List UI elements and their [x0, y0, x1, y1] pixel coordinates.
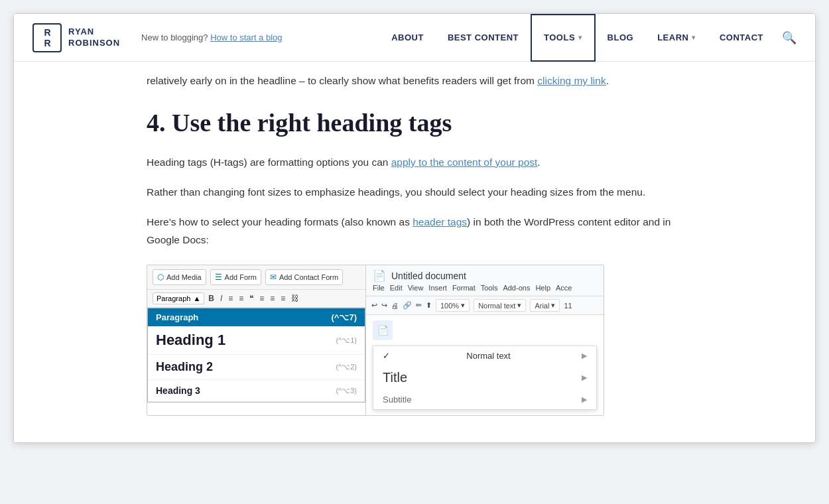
- align-left-icon[interactable]: ≡: [257, 292, 266, 304]
- gdocs-doc-icon: 📄: [373, 269, 386, 282]
- wp-heading2-option[interactable]: Heading 2 (^⌥2): [148, 355, 365, 380]
- wp-heading3-option[interactable]: Heading 3 (^⌥3): [148, 380, 365, 402]
- ul-icon[interactable]: ≡: [226, 292, 235, 304]
- add-form-button[interactable]: ☰ Add Form: [210, 269, 261, 285]
- gdocs-menu-view[interactable]: View: [408, 284, 424, 292]
- gdocs-menu-tools[interactable]: Tools: [481, 284, 498, 292]
- print-icon[interactable]: 🖨: [391, 302, 399, 310]
- section-heading: 4. Use the right heading tags: [147, 108, 682, 139]
- add-form-label: Add Form: [225, 273, 257, 281]
- gdocs-menu-edit[interactable]: Edit: [390, 284, 403, 292]
- gdocs-menu-acce[interactable]: Acce: [556, 284, 572, 292]
- add-media-label: Add Media: [166, 273, 202, 281]
- scroll-link[interactable]: clicking my link: [537, 75, 606, 86]
- nav-link-best-content[interactable]: BEST CONTENT: [436, 14, 531, 62]
- paragraph-2: Rather than changing font sizes to empha…: [147, 183, 682, 201]
- redo-icon[interactable]: ↪: [381, 301, 387, 310]
- gdocs-menu-format[interactable]: Format: [452, 284, 476, 292]
- nav-item-best-content: BEST CONTENT: [436, 14, 531, 62]
- gdocs-toolbar: ↩ ↪ 🖨 🔗 ✏ ⬆ 100% ▾ Normal text ▾: [366, 296, 604, 315]
- nav-link-tools[interactable]: TOOLS ▾: [531, 14, 596, 62]
- gdocs-normal-text-select[interactable]: Normal text ▾: [474, 299, 526, 312]
- form-icon: ☰: [215, 273, 222, 282]
- nav-link-learn[interactable]: LEARN ▾: [645, 14, 708, 62]
- para-select-arrow: ▲: [193, 294, 200, 302]
- nav-item-about: ABOUT: [379, 14, 436, 62]
- gdocs-menu-file[interactable]: File: [373, 284, 385, 292]
- link-icon[interactable]: ⛓: [289, 292, 301, 304]
- nav-link-contact[interactable]: CONTACT: [708, 14, 775, 62]
- gdocs-subtitle-option[interactable]: Subtitle ▶: [373, 390, 596, 409]
- paragraph-select[interactable]: Paragraph ▲: [153, 292, 204, 304]
- gdocs-dropdown: Normal text ▶ Title ▶ Subtitle ▶: [373, 346, 597, 410]
- gdocs-body-icon: 📄: [373, 320, 393, 340]
- article-content: relatively early on in the headline – to…: [14, 62, 815, 442]
- gdocs-normal-text-option[interactable]: Normal text ▶: [373, 346, 596, 365]
- add-contact-form-button[interactable]: ✉ Add Contact Form: [265, 269, 343, 285]
- paragraph-3: Here’s how to select your heading format…: [147, 213, 682, 249]
- style-select-arrow: ▾: [461, 301, 465, 310]
- contact-icon: ✉: [270, 273, 277, 282]
- add-contact-form-label: Add Contact Form: [279, 273, 338, 281]
- para1-link[interactable]: apply to the content of your post: [391, 157, 538, 168]
- wp-toolbar: ⬡ Add Media ☰ Add Form ✉ Add Contact For…: [147, 265, 365, 290]
- bold-icon[interactable]: B: [206, 292, 216, 304]
- nav-item-contact: CONTACT: [708, 14, 775, 62]
- paragraph-select-label: Paragraph: [157, 294, 190, 302]
- logo-icon: RR: [32, 23, 62, 52]
- site-logo[interactable]: RR RYAN ROBINSON: [32, 23, 120, 52]
- browser-window: RR RYAN ROBINSON New to blogging? How to…: [13, 13, 816, 443]
- subtitle-arrow: ▶: [582, 395, 587, 404]
- add-media-button[interactable]: ⬡ Add Media: [153, 269, 206, 285]
- gdocs-title: Untitled document: [391, 271, 466, 281]
- nav-item-learn: LEARN ▾: [645, 14, 708, 62]
- navbar: RR RYAN ROBINSON New to blogging? How to…: [14, 14, 815, 62]
- normal-text-arrow: ▾: [517, 301, 521, 310]
- style-select-label: 100%: [440, 302, 459, 310]
- gdocs-menu-insert[interactable]: Insert: [428, 284, 447, 292]
- nav-item-tools: TOOLS ▾: [531, 14, 596, 62]
- gdocs-header: 📄 Untitled document File Edit View Inser…: [366, 265, 604, 296]
- ol-icon[interactable]: ≡: [237, 292, 245, 304]
- media-icon: ⬡: [157, 273, 164, 282]
- nav-link-blog[interactable]: BLOG: [596, 14, 646, 62]
- nav-link-about[interactable]: ABOUT: [379, 14, 436, 62]
- logo-name: RYAN ROBINSON: [68, 27, 120, 49]
- normal-text-arrow: ▶: [582, 351, 587, 360]
- align-center-icon[interactable]: ≡: [268, 292, 277, 304]
- gdocs-panel: 📄 Untitled document File Edit View Inser…: [366, 265, 604, 415]
- normal-text-label: Normal text: [478, 302, 515, 310]
- zoom-up-icon[interactable]: ⬆: [426, 301, 432, 310]
- wp-dropdown-selected[interactable]: Paragraph (^⌥7): [148, 308, 365, 326]
- gdocs-font-select[interactable]: Arial ▾: [530, 299, 560, 312]
- para3-link[interactable]: header tags: [413, 216, 467, 227]
- title-option-label: Title: [383, 370, 407, 385]
- blockquote-icon[interactable]: ❝: [247, 292, 255, 304]
- wp-dropdown: Paragraph (^⌥7) Heading 1 (^⌥1) Heading …: [147, 308, 365, 403]
- edit-icon[interactable]: ✏: [416, 301, 422, 310]
- title-arrow: ▶: [582, 373, 587, 382]
- undo-icon[interactable]: ↩: [371, 301, 377, 310]
- font-label: Arial: [535, 302, 549, 310]
- wp-heading1-option[interactable]: Heading 1 (^⌥1): [148, 326, 365, 355]
- gdocs-title-row: 📄 Untitled document: [373, 269, 597, 282]
- gdocs-menu-help[interactable]: Help: [535, 284, 550, 292]
- align-right-icon[interactable]: ≡: [279, 292, 287, 304]
- tagline: New to blogging? How to start a blog: [141, 32, 282, 42]
- scroll-top-paragraph: relatively early on in the headline – to…: [147, 62, 682, 90]
- gdocs-body: 📄 Normal text ▶ Title ▶ Subtitle: [366, 315, 604, 415]
- gdocs-menu-addons[interactable]: Add-ons: [503, 284, 530, 292]
- italic-icon[interactable]: I: [218, 292, 224, 304]
- paint-format-icon[interactable]: 🔗: [403, 301, 412, 310]
- gdocs-title-option[interactable]: Title ▶: [373, 365, 596, 390]
- tagline-link[interactable]: How to start a blog: [210, 32, 282, 42]
- learn-chevron: ▾: [692, 34, 696, 41]
- font-arrow: ▾: [551, 301, 555, 310]
- nav-item-blog: BLOG: [596, 14, 646, 62]
- wp-format-bar: Paragraph ▲ B I ≡ ≡ ❝ ≡ ≡ ≡ ⛓: [147, 290, 365, 308]
- wordpress-panel: ⬡ Add Media ☰ Add Form ✉ Add Contact For…: [147, 265, 366, 415]
- gdocs-style-select[interactable]: 100% ▾: [436, 299, 470, 312]
- gdocs-menu: File Edit View Insert Format Tools Add-o…: [373, 284, 597, 292]
- tools-chevron: ▾: [578, 34, 582, 41]
- search-icon[interactable]: 🔍: [782, 31, 797, 45]
